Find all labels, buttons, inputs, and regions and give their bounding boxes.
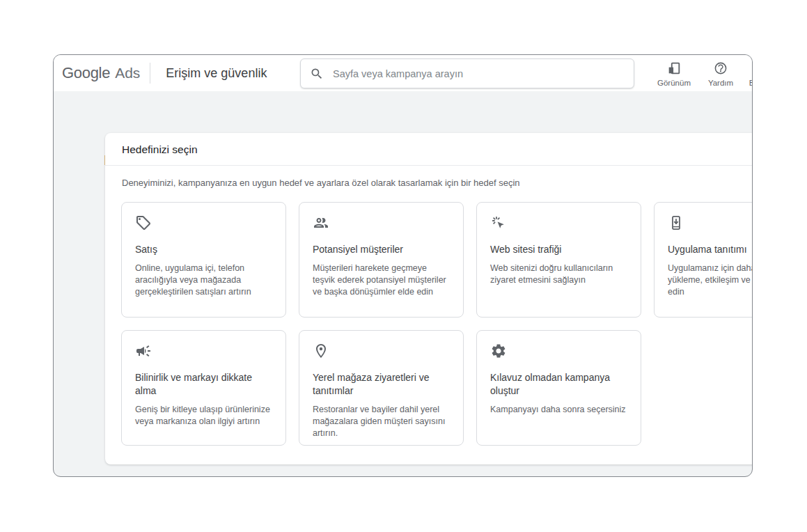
notifications-button-label: Bildirimler <box>749 79 753 87</box>
google-ads-window: Kampanya hedefiniz nedir? Hedefinizi seç… <box>53 54 753 477</box>
people-icon <box>313 214 329 231</box>
search-input[interactable] <box>331 68 625 80</box>
location-pin-icon <box>313 343 329 359</box>
panel-title: Hedefinizi seçin <box>105 133 753 166</box>
chart-columns-icon <box>666 61 682 76</box>
search-box[interactable] <box>300 58 634 88</box>
goal-card-description: Kampanyayı daha sonra seçersiniz <box>490 404 627 416</box>
goal-card[interactable]: Bilinirlik ve markayı dikkate alma Geniş… <box>121 330 286 446</box>
view-button[interactable]: Görünüm <box>652 61 696 87</box>
view-button-label: Görünüm <box>657 79 691 87</box>
top-navigation-bar: Google Ads Erişim ve güvenlik Görünüm Ya… <box>54 55 752 91</box>
goal-card-title: Uygulama tanıtımı <box>668 243 753 256</box>
logo-google-text: Google <box>62 64 110 82</box>
goal-card[interactable]: Yerel mağaza ziyaretleri ve tanıtımlar R… <box>299 330 464 446</box>
google-ads-logo[interactable]: Google Ads <box>62 64 140 82</box>
topbar-divider <box>150 63 150 84</box>
goal-card-description: Online, uygulama içi, telefon aracılığıy… <box>135 263 272 298</box>
goal-card-title: Bilinirlik ve markayı dikkate alma <box>135 371 272 398</box>
goal-card-description: Geniş bir kitleye ulaşıp ürünlerinize ve… <box>135 404 272 428</box>
megaphone-icon <box>135 343 152 359</box>
goal-card-title: Satış <box>135 243 272 256</box>
help-button-label: Yardım <box>708 79 733 87</box>
goal-card-title: Kılavuz olmadan kampanya oluştur <box>490 371 627 398</box>
goal-card-title: Potansiyel müşteriler <box>313 243 450 256</box>
gear-icon <box>490 343 507 359</box>
goal-card-description: Web sitenizi doğru kullanıcıların ziyare… <box>490 263 627 286</box>
logo-ads-text: Ads <box>115 65 140 81</box>
goal-card[interactable]: Satış Online, uygulama içi, telefon arac… <box>121 202 286 318</box>
goal-card[interactable]: Kılavuz olmadan kampanya oluştur Kampany… <box>476 330 641 446</box>
goal-card-description: Uygulamanız için daha fazla yükleme, etk… <box>668 263 753 298</box>
cursor-click-icon <box>490 214 507 231</box>
goal-card[interactable]: Uygulama tanıtımı Uygulamanız için daha … <box>654 202 753 318</box>
goal-card-title: Yerel mağaza ziyaretleri ve tanıtımlar <box>313 371 450 398</box>
app-install-icon <box>668 214 684 231</box>
goal-selection-panel: Hedefinizi seçin Deneyiminizi, kampanyan… <box>105 133 753 464</box>
notifications-button[interactable]: Bildirimler <box>744 61 753 87</box>
tag-icon <box>135 214 152 231</box>
topbar-page-title: Erişim ve güvenlik <box>166 66 267 81</box>
goal-card[interactable]: Web sitesi trafiği Web sitenizi doğru ku… <box>476 202 641 318</box>
goal-card[interactable]: Potansiyel müşteriler Müşterileri hareke… <box>299 202 464 318</box>
goal-card-description: Restoranlar ve bayiler dahil yerel mağaz… <box>313 404 450 439</box>
help-icon <box>713 61 728 76</box>
goal-cards-grid: Satış Online, uygulama içi, telefon arac… <box>121 202 753 446</box>
goal-card-title: Web sitesi trafiği <box>490 243 627 256</box>
search-icon <box>310 67 324 81</box>
panel-subtitle: Deneyiminizi, kampanyanıza en uygun hede… <box>122 178 753 188</box>
goal-card-description: Müşterileri harekete geçmeye teşvik eder… <box>313 263 450 298</box>
help-button[interactable]: Yardım <box>698 61 743 87</box>
